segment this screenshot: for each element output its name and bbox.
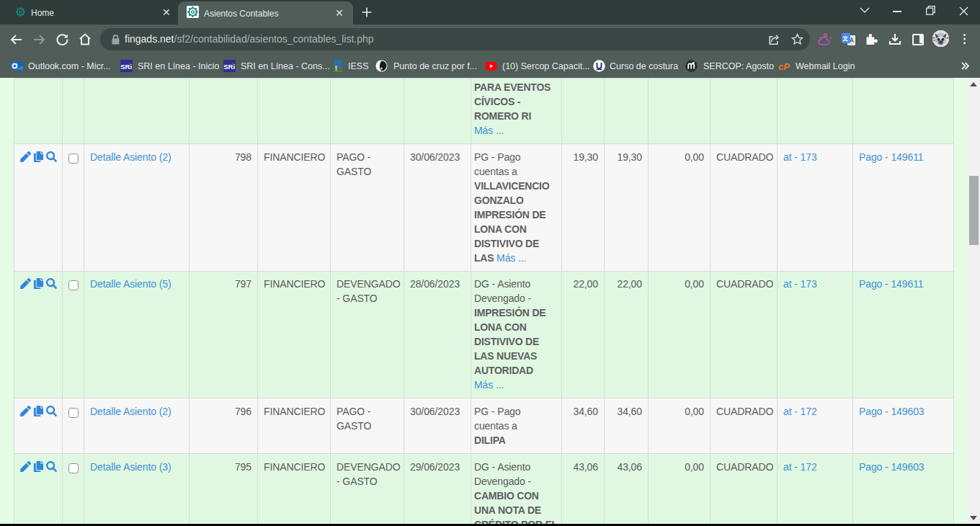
svg-text:cP: cP — [778, 61, 790, 72]
